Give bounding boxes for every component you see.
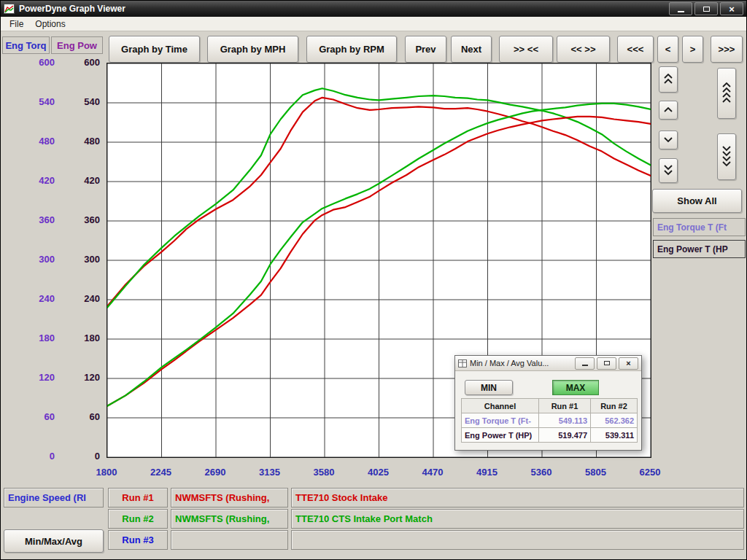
minmax-power-run2-value: 539.311 bbox=[591, 428, 638, 443]
x-axis-tick: 4915 bbox=[462, 467, 513, 478]
graph-by-time-button[interactable]: Graph by Time bbox=[109, 36, 200, 63]
tab-eng-torque[interactable]: Eng Torq bbox=[2, 36, 50, 54]
run1-name-field: NWMSFTS (Rushing, bbox=[171, 488, 288, 508]
chevron-up-icon bbox=[663, 74, 673, 85]
y-axis-tick-power: 0 bbox=[65, 451, 100, 462]
y-axis-tick-power: 420 bbox=[65, 175, 100, 187]
scroll-far-right-button[interactable]: >>> bbox=[711, 36, 743, 63]
x-axis-tick: 5805 bbox=[570, 467, 622, 478]
min-max-avg-button[interactable]: Min/Max/Avg bbox=[4, 529, 104, 553]
minmax-torque-channel: Eng Torque T (Ft- bbox=[462, 413, 539, 428]
scroll-up-double-button[interactable] bbox=[659, 66, 678, 93]
chevron-down-icon bbox=[663, 165, 673, 176]
minmax-minimize-button[interactable] bbox=[575, 357, 595, 370]
run2-desc-field: TTE710 CTS Intake Port Match bbox=[291, 509, 744, 529]
max-toggle-button[interactable]: MAX bbox=[552, 380, 599, 395]
chevron-up-icon bbox=[721, 82, 732, 104]
menu-bar: File Options bbox=[1, 17, 746, 31]
table-row: Eng Power T (HP) 519.477 539.311 bbox=[462, 428, 638, 443]
maximize-icon bbox=[703, 7, 710, 12]
minimize-icon bbox=[582, 365, 588, 366]
x-axis-tick: 5360 bbox=[516, 467, 567, 478]
run3-desc-field bbox=[291, 530, 744, 550]
run3-name-field bbox=[171, 530, 288, 550]
minmax-window-title: Min / Max / Avg Valu... bbox=[470, 359, 573, 368]
app-icon bbox=[4, 4, 15, 14]
show-all-button[interactable]: Show All bbox=[652, 189, 742, 213]
x-axis-tick: 6250 bbox=[624, 467, 676, 478]
y-axis-tick-power: 60 bbox=[65, 411, 100, 423]
maximize-button[interactable] bbox=[694, 2, 718, 15]
minimize-icon bbox=[678, 11, 684, 12]
scroll-up-multi-button[interactable] bbox=[717, 68, 736, 119]
scroll-down-button[interactable] bbox=[659, 131, 678, 149]
close-button[interactable]: × bbox=[720, 2, 743, 15]
chevron-down-icon bbox=[663, 137, 673, 144]
minmax-title-bar[interactable]: Min / Max / Avg Valu... × bbox=[455, 356, 641, 371]
run1-label-field: Run #1 bbox=[108, 488, 168, 508]
y-axis-tick-torque: 180 bbox=[21, 332, 55, 344]
y-axis-tick-torque: 480 bbox=[21, 136, 55, 147]
next-button[interactable]: Next bbox=[451, 36, 492, 63]
cursors-inward-button[interactable]: >> << bbox=[499, 36, 553, 63]
minmax-restore-button[interactable] bbox=[597, 357, 616, 370]
y-axis-tick-power: 360 bbox=[65, 214, 100, 226]
chevron-down-icon bbox=[721, 146, 732, 168]
x-axis-tick: 1800 bbox=[81, 467, 132, 478]
minmax-window[interactable]: Min / Max / Avg Valu... × MIN MAX Channe… bbox=[454, 355, 642, 451]
y-axis-tick-torque: 120 bbox=[21, 372, 55, 384]
cursors-outward-button[interactable]: << >> bbox=[557, 36, 610, 63]
close-icon: × bbox=[626, 359, 630, 368]
minimize-button[interactable] bbox=[669, 2, 692, 15]
minmax-window-icon bbox=[458, 359, 467, 368]
x-axis-tick: 4470 bbox=[407, 467, 458, 478]
graph-by-mph-button[interactable]: Graph by MPH bbox=[207, 36, 298, 63]
channel-label-torque[interactable]: Eng Torque T (Ft bbox=[653, 218, 746, 236]
window-title: PowerDyne Graph Viewer bbox=[19, 4, 669, 14]
y-axis-tick-torque: 240 bbox=[21, 293, 55, 305]
chevron-up-icon bbox=[663, 107, 673, 114]
run2-name-field: NWMSFTS (Rushing, bbox=[171, 509, 288, 529]
scroll-up-button[interactable] bbox=[659, 101, 678, 120]
table-row: Eng Torque T (Ft- 549.113 562.362 bbox=[462, 413, 638, 428]
x-axis-tick: 2245 bbox=[136, 467, 187, 478]
x-axis-tick: 2690 bbox=[190, 467, 241, 478]
minmax-header-run2[interactable]: Run #2 bbox=[591, 399, 638, 413]
minmax-power-run1-value: 519.477 bbox=[539, 428, 591, 443]
menu-file[interactable]: File bbox=[5, 18, 28, 30]
scroll-left-button[interactable]: < bbox=[657, 36, 678, 63]
restore-icon bbox=[604, 361, 610, 365]
x-axis-tick: 3135 bbox=[244, 467, 295, 478]
y-axis-tick-power: 120 bbox=[65, 372, 100, 384]
minmax-close-button[interactable]: × bbox=[619, 357, 638, 370]
y-axis-tick-power: 300 bbox=[65, 254, 100, 265]
scroll-far-left-button[interactable]: <<< bbox=[617, 36, 654, 63]
graph-by-rpm-button[interactable]: Graph by RPM bbox=[306, 36, 397, 63]
min-toggle-button[interactable]: MIN bbox=[465, 380, 513, 395]
channel-label-power[interactable]: Eng Power T (HP bbox=[653, 240, 746, 258]
scroll-right-button[interactable]: > bbox=[682, 36, 703, 63]
x-axis-tick: 3580 bbox=[298, 467, 349, 478]
minmax-header-run1[interactable]: Run #1 bbox=[539, 399, 591, 413]
y-axis-tick-torque: 0 bbox=[21, 451, 55, 462]
scroll-down-multi-button[interactable] bbox=[717, 133, 736, 180]
minmax-header-channel[interactable]: Channel bbox=[462, 399, 539, 413]
y-axis-tick-power: 480 bbox=[65, 136, 100, 147]
y-axis-tick-power: 540 bbox=[65, 96, 100, 108]
title-bar[interactable]: PowerDyne Graph Viewer × bbox=[1, 1, 746, 17]
y-axis-tick-torque: 420 bbox=[21, 175, 55, 187]
y-axis-tick-torque: 60 bbox=[21, 411, 55, 423]
y-axis-tick-power: 240 bbox=[65, 293, 100, 305]
minmax-torque-run1-value: 549.113 bbox=[539, 413, 591, 428]
y-axis-tick-torque: 360 bbox=[21, 214, 55, 226]
app-window: PowerDyne Graph Viewer × File Options En… bbox=[0, 0, 747, 560]
y-axis-tick-torque: 540 bbox=[21, 96, 55, 108]
prev-button[interactable]: Prev bbox=[405, 36, 446, 63]
x-axis-tick: 4025 bbox=[353, 467, 404, 478]
y-axis-tick-torque: 600 bbox=[21, 57, 55, 69]
y-axis-tick-power: 600 bbox=[65, 57, 100, 69]
menu-options[interactable]: Options bbox=[31, 18, 69, 30]
tab-eng-power[interactable]: Eng Pow bbox=[51, 36, 103, 54]
run2-label-field: Run #2 bbox=[108, 509, 168, 529]
scroll-down-double-button[interactable] bbox=[659, 158, 678, 183]
